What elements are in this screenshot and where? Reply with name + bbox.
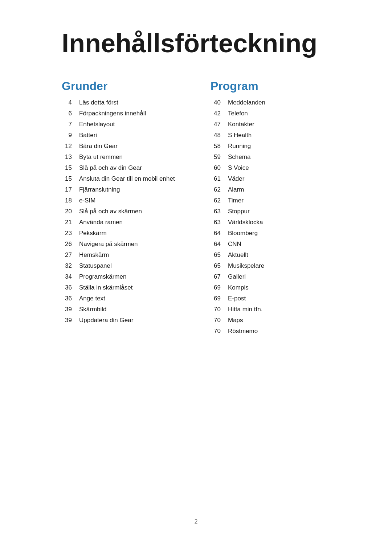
left-section-header: Grunder	[62, 79, 181, 93]
toc-item-number: 32	[62, 262, 72, 270]
list-item: 42Telefon	[211, 108, 330, 119]
toc-item-number: 64	[211, 230, 221, 237]
toc-item-label: S Health	[228, 132, 252, 139]
toc-item-number: 6	[62, 110, 72, 117]
toc-item-label: Stoppur	[228, 208, 250, 215]
toc-item-number: 64	[211, 241, 221, 248]
toc-item-number: 7	[62, 121, 72, 128]
toc-item-label: Musikspelare	[228, 262, 264, 270]
toc-item-label: Läs detta först	[79, 99, 118, 106]
toc-item-number: 21	[62, 219, 72, 226]
list-item: 21Använda ramen	[62, 217, 181, 228]
toc-item-label: Ange text	[79, 295, 105, 302]
toc-item-label: Statuspanel	[79, 262, 112, 270]
toc-item-label: Slå på och av skärmen	[79, 208, 142, 215]
toc-item-number: 63	[211, 208, 221, 215]
toc-item-number: 70	[211, 328, 221, 335]
list-item: 58Running	[211, 141, 330, 152]
toc-item-number: 70	[211, 317, 221, 324]
toc-item-number: 59	[211, 153, 221, 161]
list-item: 6Förpackningens innehåll	[62, 108, 181, 119]
list-item: 12Bära din Gear	[62, 141, 181, 152]
list-item: 4Läs detta först	[62, 97, 181, 108]
toc-item-number: 39	[62, 306, 72, 313]
list-item: 39Uppdatera din Gear	[62, 315, 181, 326]
list-item: 32Statuspanel	[62, 260, 181, 271]
toc-item-number: 12	[62, 143, 72, 150]
toc-item-label: Bära din Gear	[79, 143, 118, 150]
toc-item-label: Kontakter	[228, 121, 254, 128]
toc-item-label: Världsklocka	[228, 219, 263, 226]
list-item: 70Röstmemo	[211, 326, 330, 337]
list-item: 40Meddelanden	[211, 97, 330, 108]
page: Innehållsförteckning Grunder 4Läs detta …	[33, 0, 359, 554]
list-item: 67Galleri	[211, 271, 330, 282]
list-item: 63Världsklocka	[211, 217, 330, 228]
list-item: 15Ansluta din Gear till en mobil enhet	[62, 173, 181, 184]
toc-item-number: 27	[62, 251, 72, 259]
toc-item-number: 65	[211, 262, 221, 270]
right-toc-list: 40Meddelanden42Telefon47Kontakter48S Hea…	[211, 97, 330, 337]
list-item: 7Enhetslayout	[62, 119, 181, 130]
toc-item-number: 26	[62, 241, 72, 248]
left-column: Grunder 4Läs detta först6Förpackningens …	[62, 79, 181, 504]
toc-item-label: Bloomberg	[228, 230, 258, 237]
toc-item-number: 36	[62, 284, 72, 291]
list-item: 65Musikspelare	[211, 260, 330, 271]
toc-item-number: 40	[211, 99, 221, 106]
list-item: 62Alarm	[211, 184, 330, 195]
toc-columns: Grunder 4Läs detta först6Förpackningens …	[62, 79, 330, 504]
toc-item-number: 23	[62, 230, 72, 237]
list-item: 9Batteri	[62, 130, 181, 141]
list-item: 23Pekskärm	[62, 228, 181, 239]
toc-item-number: 69	[211, 284, 221, 291]
toc-item-label: CNN	[228, 241, 241, 248]
toc-item-number: 69	[211, 295, 221, 302]
list-item: 47Kontakter	[211, 119, 330, 130]
toc-item-label: Hitta min tfn.	[228, 306, 262, 313]
toc-item-number: 39	[62, 317, 72, 324]
toc-item-label: Röstmemo	[228, 328, 258, 335]
toc-item-label: Hemskärm	[79, 251, 109, 259]
toc-item-label: Ansluta din Gear till en mobil enhet	[79, 175, 175, 182]
toc-item-label: Running	[228, 143, 251, 150]
list-item: 69E-post	[211, 293, 330, 304]
list-item: 64CNN	[211, 239, 330, 250]
page-number: 2	[62, 518, 330, 532]
toc-item-number: 15	[62, 175, 72, 182]
left-toc-list: 4Läs detta först6Förpackningens innehåll…	[62, 97, 181, 326]
toc-item-label: Förpackningens innehåll	[79, 110, 146, 117]
toc-item-label: Galleri	[228, 273, 246, 280]
toc-item-label: Uppdatera din Gear	[79, 317, 133, 324]
toc-item-label: Väder	[228, 175, 244, 182]
toc-item-label: Skärmbild	[79, 306, 107, 313]
toc-item-label: Meddelanden	[228, 99, 265, 106]
toc-item-number: 63	[211, 219, 221, 226]
list-item: 69Kompis	[211, 282, 330, 293]
page-title: Innehållsförteckning	[62, 29, 330, 58]
toc-item-number: 20	[62, 208, 72, 215]
list-item: 20Slå på och av skärmen	[62, 206, 181, 217]
toc-item-label: Maps	[228, 317, 243, 324]
toc-item-label: Kompis	[228, 284, 249, 291]
list-item: 34Programskärmen	[62, 271, 181, 282]
toc-item-label: Alarm	[228, 186, 244, 193]
list-item: 17Fjärranslutning	[62, 184, 181, 195]
toc-item-number: 34	[62, 273, 72, 280]
toc-item-number: 60	[211, 164, 221, 172]
toc-item-number: 67	[211, 273, 221, 280]
toc-item-label: Ställa in skärmlåset	[79, 284, 132, 291]
toc-item-label: Slå på och av din Gear	[79, 164, 142, 172]
toc-item-label: Batteri	[79, 132, 97, 139]
toc-item-number: 13	[62, 153, 72, 161]
toc-item-label: Telefon	[228, 110, 248, 117]
toc-item-label: Schema	[228, 153, 250, 161]
list-item: 70Hitta min tfn.	[211, 304, 330, 315]
toc-item-label: E-post	[228, 295, 246, 302]
toc-item-number: 61	[211, 175, 221, 182]
toc-item-number: 9	[62, 132, 72, 139]
list-item: 18e-SIM	[62, 195, 181, 206]
toc-item-number: 17	[62, 186, 72, 193]
toc-item-number: 70	[211, 306, 221, 313]
toc-item-label: Timer	[228, 197, 244, 204]
